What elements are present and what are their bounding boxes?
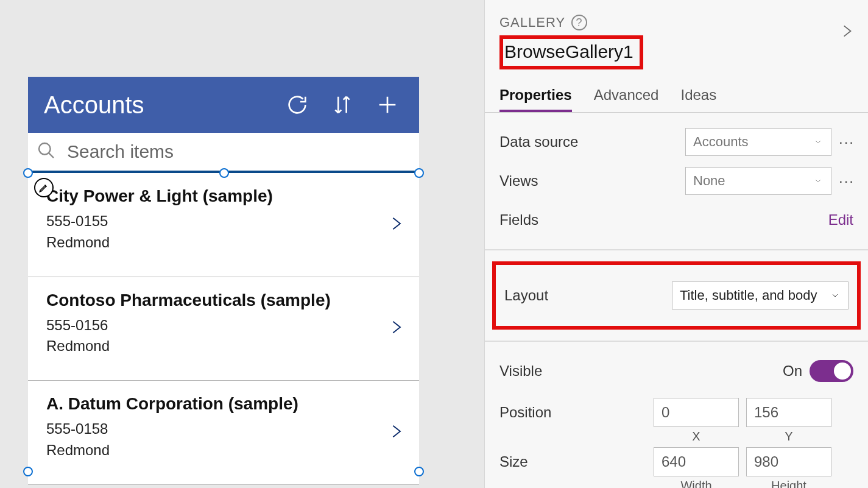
tab-properties[interactable]: Properties <box>499 87 572 112</box>
dropdown-views[interactable]: None <box>685 167 831 195</box>
search-icon <box>37 141 67 163</box>
dropdown-data-source[interactable]: Accounts <box>685 128 831 156</box>
panel-header: GALLERY ? BrowseGallery1 <box>485 0 868 69</box>
label-visible: Visible <box>499 362 783 380</box>
selection-handle[interactable] <box>23 467 33 476</box>
input-position-x[interactable] <box>654 398 739 427</box>
selection-handle[interactable] <box>414 168 424 178</box>
selection-handle[interactable] <box>414 467 424 476</box>
dropdown-value: Title, subtitle, and body <box>680 287 817 304</box>
properties-panel: GALLERY ? BrowseGallery1 Properties Adva… <box>484 0 868 488</box>
axis-y: Y <box>785 430 792 444</box>
tab-advanced[interactable]: Advanced <box>594 87 659 112</box>
app-preview: Accounts <box>28 77 419 485</box>
item-body: Redmond <box>46 336 395 357</box>
label-layout: Layout <box>504 287 672 304</box>
section-layout-highlight: Layout Title, subtitle, and body <box>492 261 861 330</box>
app-header: Accounts <box>28 77 419 133</box>
gallery[interactable]: City Power & Light (sample) 555-0155 Red… <box>28 173 419 485</box>
item-title: Contoso Pharmaceuticals (sample) <box>46 291 395 310</box>
help-icon[interactable]: ? <box>571 15 587 30</box>
item-subtitle: 555-0158 <box>46 419 395 440</box>
tab-ideas[interactable]: Ideas <box>680 87 716 112</box>
dropdown-value: Accounts <box>693 134 749 150</box>
chevron-right-icon[interactable] <box>387 211 404 239</box>
app-title: Accounts <box>44 91 285 119</box>
label-position: Position <box>499 398 654 421</box>
gallery-item[interactable]: A. Datum Corporation (sample) 555-0158 R… <box>28 381 419 485</box>
section-visible: Visible On Position X Y Size <box>485 341 868 488</box>
app-header-icons <box>285 93 400 117</box>
refresh-icon[interactable] <box>285 93 309 117</box>
selection-handle[interactable] <box>219 168 229 178</box>
dropdown-value: None <box>693 173 725 189</box>
panel-tabs: Properties Advanced Ideas <box>485 69 868 113</box>
add-icon[interactable] <box>375 93 400 117</box>
control-name-highlight: BrowseGallery1 <box>499 35 643 69</box>
visible-value: On <box>783 362 802 380</box>
edit-template-icon[interactable] <box>34 178 54 197</box>
gallery-item[interactable]: Contoso Pharmaceuticals (sample) 555-015… <box>28 277 419 381</box>
control-name[interactable]: BrowseGallery1 <box>503 39 640 66</box>
sort-icon[interactable] <box>330 93 355 117</box>
axis-width: Width <box>680 479 711 488</box>
control-type-label: GALLERY <box>499 15 565 30</box>
item-title: A. Datum Corporation (sample) <box>46 394 395 414</box>
toggle-visible[interactable] <box>810 360 853 382</box>
more-data-source-icon[interactable]: ··· <box>839 133 853 150</box>
collapse-panel-icon[interactable] <box>839 18 855 48</box>
item-body: Redmond <box>46 232 395 253</box>
chevron-down-icon <box>813 177 824 185</box>
selection-handle[interactable] <box>23 168 33 178</box>
chevron-down-icon <box>830 292 841 299</box>
input-size-height[interactable] <box>746 447 831 476</box>
item-subtitle: 555-0155 <box>46 211 395 232</box>
item-title: City Power & Light (sample) <box>46 186 395 206</box>
label-views: Views <box>499 172 685 189</box>
section-data: Data source Accounts ··· Views None ··· … <box>485 113 868 250</box>
axis-x: X <box>692 430 700 444</box>
search-row[interactable]: Search items <box>28 133 419 173</box>
item-subtitle: 555-0156 <box>46 315 395 336</box>
item-body: Redmond <box>46 440 395 461</box>
dropdown-layout[interactable]: Title, subtitle, and body <box>672 281 849 309</box>
label-data-source: Data source <box>499 133 685 150</box>
input-position-y[interactable] <box>746 398 831 427</box>
edit-fields-link[interactable]: Edit <box>828 211 853 228</box>
svg-point-0 <box>39 143 51 155</box>
chevron-right-icon[interactable] <box>387 314 404 342</box>
chevron-right-icon[interactable] <box>387 419 404 447</box>
label-size: Size <box>499 447 654 470</box>
gallery-item[interactable]: City Power & Light (sample) 555-0155 Red… <box>28 173 419 277</box>
chevron-down-icon <box>813 138 824 146</box>
input-size-width[interactable] <box>654 447 739 476</box>
axis-height: Height <box>771 479 806 488</box>
search-placeholder: Search items <box>67 141 174 162</box>
more-views-icon[interactable]: ··· <box>839 172 853 189</box>
label-fields: Fields <box>499 211 828 228</box>
